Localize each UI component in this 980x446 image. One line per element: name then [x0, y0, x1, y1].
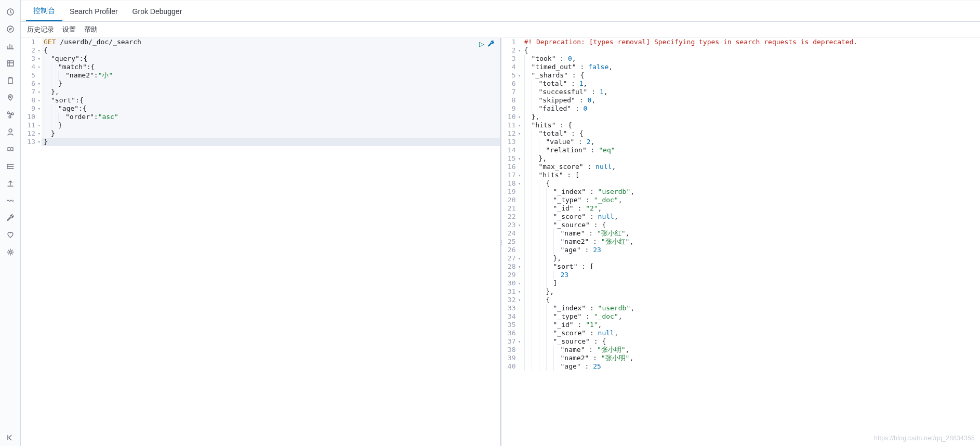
code-line[interactable]: 5"name2":"小"	[21, 71, 500, 80]
code-content[interactable]: }	[42, 129, 500, 138]
code-line[interactable]: 31▾},	[501, 287, 981, 296]
fold-toggle-icon[interactable]: ▾	[518, 171, 521, 179]
code-content[interactable]: "name" : "张小红",	[522, 229, 981, 238]
code-content[interactable]: "age" : 25	[522, 362, 981, 371]
code-line[interactable]: 4▾"match":{	[21, 63, 500, 71]
fold-toggle-icon[interactable]: ▾	[38, 46, 41, 55]
fold-toggle-icon[interactable]: ▾	[518, 179, 521, 188]
code-content[interactable]: 23	[522, 271, 981, 279]
code-content[interactable]: "total" : 1,	[522, 80, 981, 88]
fold-toggle-icon[interactable]: ▾	[38, 80, 41, 88]
code-line[interactable]: 32▾{	[501, 296, 981, 304]
response-viewer[interactable]: ⋮ 1#! Deprecation: [types removal] Speci…	[501, 38, 981, 446]
compass-icon[interactable]	[0, 20, 21, 37]
indent-icon[interactable]	[0, 158, 21, 175]
code-line[interactable]: 40"age" : 25	[501, 362, 981, 371]
code-content[interactable]: "_source" : {	[522, 337, 981, 346]
code-line[interactable]: 4"timed_out" : false,	[501, 63, 981, 71]
code-content[interactable]: "_score" : null,	[522, 213, 981, 221]
code-line[interactable]: 12▾}	[21, 129, 500, 138]
code-line[interactable]: 9"failed" : 0	[501, 104, 981, 113]
code-content[interactable]: "_id" : "2",	[522, 204, 981, 213]
code-content[interactable]: "max_score" : null,	[522, 163, 981, 171]
code-line[interactable]: 35"_id" : "1",	[501, 321, 981, 329]
code-line[interactable]: 2923	[501, 271, 981, 279]
code-content[interactable]: "failed" : 0	[522, 104, 981, 113]
code-content[interactable]: "age":{	[42, 104, 500, 113]
code-line[interactable]: 13"value" : 2,	[501, 138, 981, 146]
clipboard-icon[interactable]	[0, 72, 21, 89]
code-line[interactable]: 3▾"query":{	[21, 55, 500, 63]
fold-toggle-icon[interactable]: ▾	[38, 55, 41, 63]
code-line[interactable]: 6"total" : 1,	[501, 80, 981, 88]
tab-console[interactable]: 控制台	[26, 1, 62, 21]
bar-chart-icon[interactable]	[0, 37, 21, 55]
code-content[interactable]: "_type" : "_doc",	[522, 312, 981, 321]
code-line[interactable]: 37▾"_source" : {	[501, 337, 981, 346]
code-content[interactable]: "value" : 2,	[522, 138, 981, 146]
clock-icon[interactable]	[0, 3, 21, 20]
code-content[interactable]: {	[522, 179, 981, 188]
fold-toggle-icon[interactable]: ▾	[518, 296, 521, 304]
code-line[interactable]: 28▾"sort" : [	[501, 263, 981, 271]
code-content[interactable]: ]	[522, 279, 981, 287]
code-content[interactable]: "_index" : "userdb",	[522, 304, 981, 312]
request-editor[interactable]: ▷ 1GET /userdb/_doc/_search2▾{3▾"query":…	[21, 38, 501, 446]
fold-toggle-icon[interactable]: ▾	[518, 154, 521, 163]
fold-toggle-icon[interactable]: ▾	[38, 88, 41, 96]
code-content[interactable]: "_source" : {	[522, 221, 981, 229]
code-content[interactable]: }	[42, 121, 500, 129]
code-line[interactable]: 24"name" : "张小红",	[501, 229, 981, 238]
code-content[interactable]: #! Deprecation: [types removal] Specifyi…	[522, 38, 981, 46]
code-content[interactable]: "_shards" : {	[522, 71, 981, 80]
code-line[interactable]: 6▾}	[21, 80, 500, 88]
code-line[interactable]: 7"successful" : 1,	[501, 88, 981, 96]
code-line[interactable]: 33"_index" : "userdb",	[501, 304, 981, 312]
code-content[interactable]: "_index" : "userdb",	[522, 188, 981, 196]
pipeline-icon[interactable]	[0, 140, 21, 158]
code-content[interactable]: "took" : 0,	[522, 55, 981, 63]
fold-toggle-icon[interactable]: ▾	[518, 263, 521, 271]
code-content[interactable]: {	[522, 296, 981, 304]
code-line[interactable]: 25"name2" : "张小红",	[501, 238, 981, 246]
fold-toggle-icon[interactable]: ▾	[38, 104, 41, 113]
code-content[interactable]: "order":"asc"	[42, 113, 500, 121]
fold-toggle-icon[interactable]: ▾	[518, 46, 521, 55]
code-content[interactable]: "name2":"小"	[42, 71, 500, 80]
fold-toggle-icon[interactable]: ▾	[38, 96, 41, 104]
code-content[interactable]: "hits" : {	[522, 121, 981, 129]
fold-toggle-icon[interactable]: ▾	[518, 129, 521, 138]
code-line[interactable]: 39"name2" : "张小明",	[501, 354, 981, 362]
graph-icon[interactable]	[0, 106, 21, 123]
code-line[interactable]: 21"_id" : "2",	[501, 204, 981, 213]
code-content[interactable]: "relation" : "eq"	[522, 146, 981, 154]
code-line[interactable]: 11▾"hits" : {	[501, 121, 981, 129]
code-content[interactable]: {	[42, 46, 500, 55]
code-content[interactable]: {	[522, 46, 981, 55]
code-content[interactable]: "match":{	[42, 63, 500, 71]
tab-grok-debugger[interactable]: Grok Debugger	[125, 2, 190, 21]
code-line[interactable]: 1GET /userdb/_doc/_search	[21, 38, 500, 46]
code-content[interactable]: "name2" : "张小红",	[522, 238, 981, 246]
code-content[interactable]: "_id" : "1",	[522, 321, 981, 329]
code-content[interactable]: }	[42, 80, 500, 88]
code-line[interactable]: 3"took" : 0,	[501, 55, 981, 63]
pin-icon[interactable]	[0, 89, 21, 106]
link-help[interactable]: 帮助	[84, 25, 98, 34]
code-line[interactable]: 34"_type" : "_doc",	[501, 312, 981, 321]
code-line[interactable]: 13▾}	[21, 138, 500, 146]
code-line[interactable]: 2▾{	[501, 46, 981, 55]
fold-toggle-icon[interactable]: ▾	[518, 121, 521, 129]
code-line[interactable]: 17▾"hits" : [	[501, 171, 981, 179]
code-line[interactable]: 2▾{	[21, 46, 500, 55]
code-line[interactable]: 14"relation" : "eq"	[501, 146, 981, 154]
request-options-icon[interactable]	[487, 40, 495, 49]
collapse-icon[interactable]	[0, 429, 21, 446]
code-line[interactable]: 23▾"_source" : {	[501, 221, 981, 229]
code-line[interactable]: 19"_index" : "userdb",	[501, 188, 981, 196]
code-content[interactable]: "hits" : [	[522, 171, 981, 179]
code-content[interactable]: "age" : 23	[522, 246, 981, 254]
code-content[interactable]: },	[522, 287, 981, 296]
code-line[interactable]: 20"_type" : "_doc",	[501, 196, 981, 204]
code-content[interactable]: "skipped" : 0,	[522, 96, 981, 104]
